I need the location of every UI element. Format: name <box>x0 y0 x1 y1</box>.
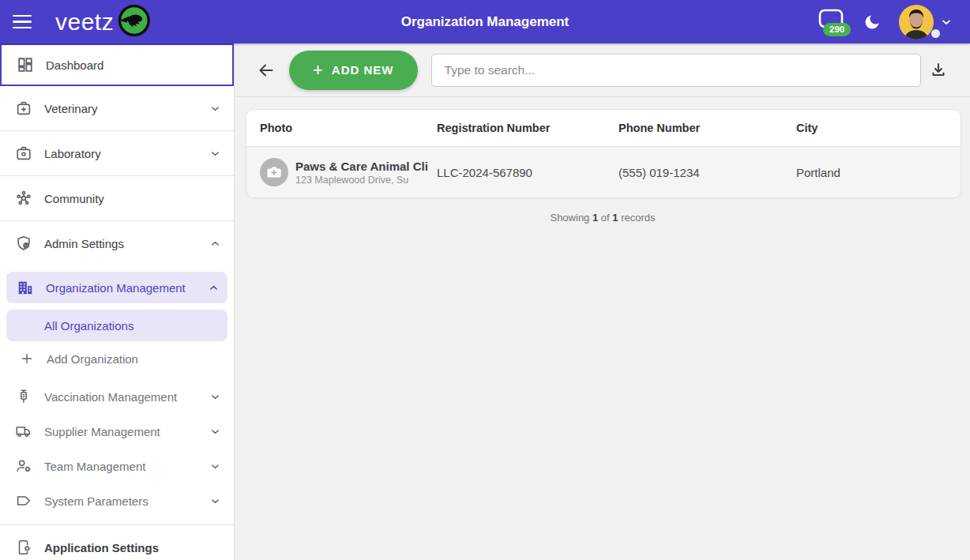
plus-icon: + <box>313 62 324 79</box>
back-button[interactable] <box>253 57 280 84</box>
chevron-down-icon <box>204 460 221 472</box>
sidebar-item-label: Application Settings <box>44 541 221 554</box>
app-settings-icon <box>14 538 33 557</box>
org-registration-number: LLC-2024-567890 <box>437 166 618 179</box>
download-icon <box>929 61 948 80</box>
sidebar-item-all-organizations[interactable]: All Organizations <box>6 310 227 341</box>
organizations-table: Photo Registration Number Phone Number C… <box>246 109 961 198</box>
column-header-phone-number: Phone Number <box>618 122 796 134</box>
sidebar-item-dashboard[interactable]: Dashboard <box>0 43 234 86</box>
table-header-row: Photo Registration Number Phone Number C… <box>246 110 961 147</box>
device-counter-icon[interactable]: 290 <box>818 9 845 36</box>
sidebar-item-vaccination-management[interactable]: Vaccination Management <box>0 379 234 414</box>
top-app-bar: veetz Organization Management 290 <box>0 0 970 43</box>
export-button[interactable] <box>924 56 953 85</box>
sidebar-item-label: Supplier Management <box>44 425 204 438</box>
sidebar-item-label: System Parameters <box>44 494 204 508</box>
menu-icon[interactable] <box>5 6 39 38</box>
search-input[interactable] <box>431 54 921 87</box>
sidebar-item-label: Dashboard <box>46 58 220 72</box>
chevron-down-icon <box>204 148 221 160</box>
table-row[interactable]: Paws & Care Animal Cli 123 Maplewood Dri… <box>246 147 961 197</box>
chevron-down-icon <box>204 103 221 115</box>
sidebar-item-label: Admin Settings <box>44 237 204 250</box>
status-dot <box>931 29 940 38</box>
syringe-icon <box>14 387 33 406</box>
sidebar-item-admin-settings[interactable]: Admin Settings <box>0 221 234 265</box>
add-new-label: ADD NEW <box>332 63 394 77</box>
avatar <box>899 5 934 39</box>
dark-mode-toggle[interactable] <box>863 13 882 32</box>
user-menu[interactable] <box>899 5 953 39</box>
org-name: Paws & Care Animal Cli <box>295 160 428 173</box>
shield-user-icon <box>14 234 33 253</box>
sidebar: Dashboard Veterinary Laboratory <box>0 43 235 560</box>
chevron-down-icon <box>940 16 953 28</box>
dashboard-icon <box>16 55 35 74</box>
sidebar-item-team-management[interactable]: Team Management <box>0 449 234 483</box>
chevron-up-icon <box>202 282 220 294</box>
sidebar-item-veterinary[interactable]: Veterinary <box>0 86 234 130</box>
tag-icon <box>14 491 33 510</box>
sidebar-item-laboratory[interactable]: Laboratory <box>0 131 234 175</box>
sidebar-item-label: Organization Management <box>46 281 202 295</box>
records-summary-of: of <box>601 212 610 224</box>
records-summary-prefix: Showing <box>550 212 589 224</box>
records-shown-count: 1 <box>592 212 598 224</box>
building-icon <box>16 278 35 297</box>
records-summary: Showing 1 of 1 records <box>235 212 970 224</box>
logo-text: veetz <box>55 9 114 36</box>
sidebar-item-community[interactable]: Community <box>0 176 234 220</box>
org-address: 123 Maplewood Drive, Su <box>295 175 428 186</box>
device-count-badge: 290 <box>823 23 851 37</box>
chevron-up-icon <box>204 238 221 250</box>
sidebar-item-label: Team Management <box>44 460 204 473</box>
moon-icon <box>863 13 882 32</box>
plus-icon <box>17 349 36 368</box>
sidebar-item-label: All Organizations <box>44 319 220 333</box>
photo-placeholder-icon <box>260 158 288 186</box>
chevron-down-icon <box>204 391 221 403</box>
org-city: Portland <box>796 166 961 179</box>
column-header-registration-number: Registration Number <box>437 122 618 134</box>
add-new-button[interactable]: + ADD NEW <box>289 51 418 90</box>
records-total-count: 1 <box>612 212 618 224</box>
sidebar-item-add-organization[interactable]: Add Organization <box>0 343 234 374</box>
column-header-city: City <box>796 122 961 134</box>
arrow-left-icon <box>257 61 276 80</box>
sidebar-item-organization-management[interactable]: Organization Management <box>6 272 227 303</box>
veetz-logo[interactable]: veetz <box>55 3 150 41</box>
main-content: + ADD NEW Photo Registration Number Phon… <box>235 43 970 560</box>
sidebar-item-supplier-management[interactable]: Supplier Management <box>0 414 234 449</box>
sidebar-item-label: Vaccination Management <box>44 390 204 404</box>
chevron-down-icon <box>204 426 221 438</box>
sidebar-item-label: Laboratory <box>44 147 204 160</box>
records-summary-suffix: records <box>621 212 655 224</box>
veetz-logo-icon <box>115 3 150 41</box>
column-header-photo: Photo <box>260 122 437 134</box>
org-phone-number: (555) 019-1234 <box>618 166 796 179</box>
medical-bag-icon <box>14 99 33 118</box>
truck-icon <box>14 422 33 441</box>
briefcase-icon <box>14 144 33 163</box>
sidebar-item-application-settings[interactable]: Application Settings <box>0 525 234 560</box>
user-gear-icon <box>14 457 33 475</box>
chevron-down-icon <box>204 495 221 507</box>
sidebar-item-label: Add Organization <box>47 352 221 366</box>
network-hub-icon <box>14 189 33 208</box>
sidebar-item-system-parameters[interactable]: System Parameters <box>0 483 234 518</box>
sidebar-item-label: Community <box>44 192 221 205</box>
sidebar-item-label: Veterinary <box>44 102 204 115</box>
toolbar: + ADD NEW <box>235 43 970 97</box>
